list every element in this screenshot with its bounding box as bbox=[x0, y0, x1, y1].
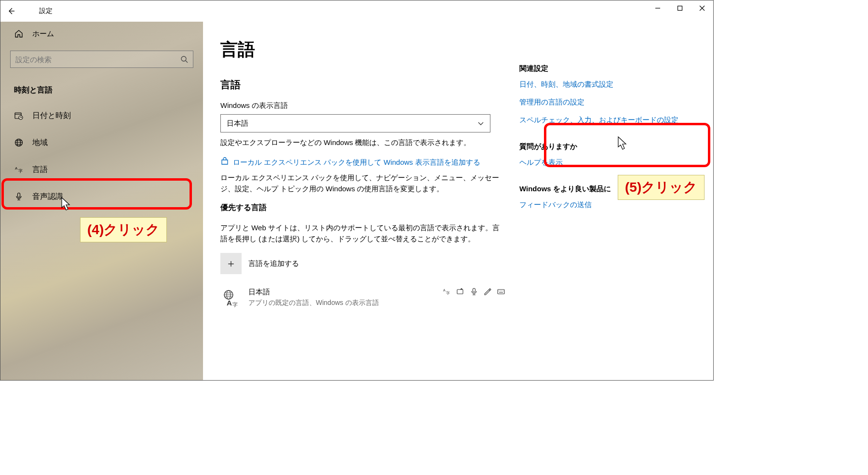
display-language-value: 日本語 bbox=[227, 119, 248, 128]
microphone-icon bbox=[14, 192, 24, 201]
store-icon bbox=[220, 157, 229, 168]
store-link-text: ローカル エクスペリエンス パックを使用して Windows 表示言語を追加する bbox=[233, 157, 480, 168]
svg-rect-17 bbox=[498, 290, 504, 294]
language-feature-icons: A字 bbox=[443, 288, 505, 295]
store-desc: ローカル エクスペリエンス パックを使用して、ナビゲーション、メニュー、メッセー… bbox=[220, 172, 505, 194]
svg-point-1 bbox=[181, 56, 186, 61]
display-language-desc: 設定やエクスプローラーなどの Windows 機能は、この言語で表示されます。 bbox=[220, 137, 505, 148]
search-box[interactable] bbox=[10, 51, 193, 68]
link-date-region-format[interactable]: 日付、時刻、地域の書式設定 bbox=[519, 80, 704, 89]
preferred-heading: 優先する言語 bbox=[220, 203, 505, 213]
svg-text:A: A bbox=[443, 289, 446, 292]
language-icon: A字 bbox=[14, 165, 24, 174]
layout: ホーム 時刻と言語 日付と時刻 地域 A字 言語 bbox=[0, 22, 713, 380]
add-language-label: 言語を追加する bbox=[248, 259, 299, 268]
link-admin-language[interactable]: 管理用の言語の設定 bbox=[519, 98, 704, 107]
back-button[interactable] bbox=[0, 0, 22, 22]
language-entry-name: 日本語 bbox=[248, 288, 379, 297]
calendar-clock-icon bbox=[14, 111, 24, 120]
plus-icon: ＋ bbox=[220, 253, 242, 274]
sidebar-item-date-time[interactable]: 日付と時刻 bbox=[0, 102, 203, 129]
language-entry[interactable]: A字 日本語 アプリの既定の言語、Windows の表示言語 A字 bbox=[220, 288, 505, 309]
maximize-button[interactable] bbox=[669, 0, 691, 16]
svg-text:A: A bbox=[227, 299, 232, 307]
related-settings-heading: 関連設定 bbox=[519, 64, 704, 73]
minimize-button[interactable] bbox=[647, 0, 669, 16]
sidebar-item-label: 音声認識 bbox=[32, 192, 63, 202]
handwriting-feature-icon bbox=[484, 288, 491, 295]
arrow-left-icon bbox=[7, 7, 15, 15]
home-icon bbox=[14, 29, 24, 39]
close-button[interactable] bbox=[691, 0, 713, 16]
window-controls bbox=[647, 0, 713, 16]
sidebar-item-label: 日付と時刻 bbox=[32, 111, 71, 121]
annotation-label-step5: (5)クリック bbox=[618, 175, 705, 200]
display-language-label: Windows の表示言語 bbox=[220, 101, 505, 110]
display-language-select[interactable]: 日本語 bbox=[220, 114, 490, 132]
close-icon bbox=[699, 5, 705, 11]
svg-text:字: 字 bbox=[446, 291, 450, 295]
question-heading: 質問がありますか bbox=[519, 142, 704, 151]
speech-feature-icon bbox=[470, 288, 478, 295]
minimize-icon bbox=[655, 5, 661, 11]
search-icon bbox=[180, 55, 188, 63]
globe-icon bbox=[14, 138, 24, 147]
preferred-desc: アプリと Web サイトは、リスト内のサポートしている最初の言語で表示されます。… bbox=[220, 223, 505, 244]
chevron-down-icon bbox=[477, 120, 484, 127]
link-spell-input-keyboard[interactable]: スペルチェック、入力、およびキーボードの設定 bbox=[519, 116, 704, 125]
sidebar-item-speech[interactable]: 音声認識 bbox=[0, 183, 203, 210]
nav-home-label: ホーム bbox=[32, 29, 54, 39]
language-entry-meta: 日本語 アプリの既定の言語、Windows の表示言語 bbox=[248, 288, 379, 307]
svg-text:字: 字 bbox=[18, 169, 23, 173]
nav-home[interactable]: ホーム bbox=[0, 22, 203, 46]
sidebar-item-language[interactable]: A字 言語 bbox=[0, 156, 203, 183]
maximize-icon bbox=[677, 5, 683, 11]
search-input[interactable] bbox=[15, 55, 180, 64]
displaylang-feature-icon: A字 bbox=[443, 288, 451, 295]
main-panel: 言語 言語 Windows の表示言語 日本語 設定やエクスプローラーなどの W… bbox=[220, 38, 505, 380]
svg-rect-15 bbox=[457, 290, 463, 294]
language-glyph-icon: A字 bbox=[220, 288, 242, 309]
link-show-help[interactable]: ヘルプを表示 bbox=[519, 158, 704, 167]
link-send-feedback[interactable]: フィードバックの送信 bbox=[519, 200, 704, 210]
store-link[interactable]: ローカル エクスペリエンス パックを使用して Windows 表示言語を追加する bbox=[220, 157, 505, 168]
titlebar: 設定 bbox=[0, 0, 713, 22]
svg-rect-16 bbox=[473, 289, 475, 292]
language-entry-sub: アプリの既定の言語、Windows の表示言語 bbox=[248, 299, 379, 307]
svg-text:A: A bbox=[15, 166, 18, 171]
section-language-heading: 言語 bbox=[220, 78, 505, 92]
window-title: 設定 bbox=[39, 7, 53, 15]
annotation-label-step4: (4)クリック bbox=[80, 217, 167, 242]
sidebar-category-header: 時刻と言語 bbox=[0, 79, 203, 102]
add-language-button[interactable]: ＋ 言語を追加する bbox=[220, 253, 505, 274]
page-title: 言語 bbox=[220, 38, 505, 62]
keyboard-feature-icon bbox=[497, 288, 505, 295]
svg-text:字: 字 bbox=[232, 302, 238, 307]
sidebar-item-region[interactable]: 地域 bbox=[0, 129, 203, 156]
svg-rect-0 bbox=[678, 6, 682, 11]
tts-feature-icon bbox=[457, 288, 464, 295]
right-rail: 関連設定 日付、時刻、地域の書式設定 管理用の言語の設定 スペルチェック、入力、… bbox=[519, 38, 704, 380]
sidebar-item-label: 地域 bbox=[32, 138, 48, 148]
sidebar: ホーム 時刻と言語 日付と時刻 地域 A字 言語 bbox=[0, 22, 203, 380]
svg-rect-8 bbox=[18, 193, 20, 198]
content: 言語 言語 Windows の表示言語 日本語 設定やエクスプローラーなどの W… bbox=[203, 22, 713, 380]
sidebar-item-label: 言語 bbox=[32, 165, 48, 175]
